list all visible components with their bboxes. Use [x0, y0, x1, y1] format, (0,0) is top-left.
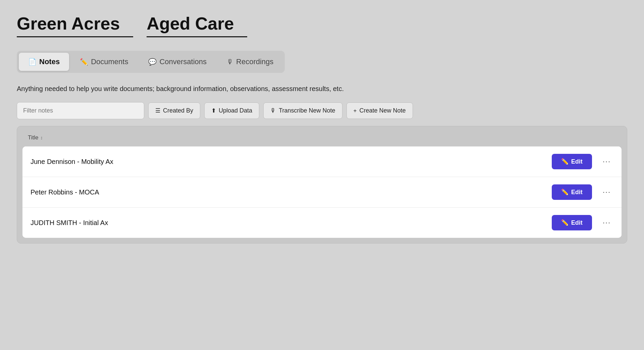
more-options-button-1[interactable]: ···	[600, 186, 613, 198]
upload-icon: ⬆	[211, 107, 216, 114]
created-by-button[interactable]: ☰ Created By	[148, 102, 200, 119]
note-title: June Dennison - Mobility Ax	[31, 158, 552, 166]
edit-label-1: Edit	[571, 189, 583, 196]
recordings-icon: 🎙	[227, 58, 233, 66]
upload-data-button[interactable]: ⬆ Upload Data	[204, 102, 259, 119]
table-row: JUDITH SMITH - Initial Ax ✏️ Edit ···	[22, 208, 622, 238]
tab-recordings-label: Recordings	[236, 57, 273, 66]
tabs-bar: 📄 Notes ✏️ Documents 💬 Conversations 🎙 R…	[17, 51, 285, 73]
notes-table: Title ↕ June Dennison - Mobility Ax ✏️ E…	[17, 126, 627, 244]
tab-notes-label: Notes	[39, 57, 60, 66]
company-name: Green Acres	[17, 13, 133, 37]
edit-pencil-icon: ✏️	[561, 219, 569, 226]
create-label: Create New Note	[359, 107, 406, 114]
edit-pencil-icon: ✏️	[561, 158, 569, 165]
table-body: June Dennison - Mobility Ax ✏️ Edit ··· …	[22, 146, 622, 238]
department-name: Aged Care	[147, 13, 247, 37]
filter-icon: ☰	[155, 107, 160, 114]
edit-label-2: Edit	[571, 219, 583, 226]
tab-documents[interactable]: ✏️ Documents	[70, 53, 138, 71]
more-options-button-2[interactable]: ···	[600, 217, 613, 228]
plus-icon: +	[354, 107, 357, 114]
tab-conversations-label: Conversations	[159, 57, 207, 66]
edit-button-1[interactable]: ✏️ Edit	[552, 184, 592, 200]
sort-icon[interactable]: ↕	[41, 135, 43, 140]
table-header-row: Title ↕	[22, 132, 622, 146]
created-by-label: Created By	[163, 107, 193, 114]
column-title-label: Title	[28, 134, 39, 141]
microphone-icon: 🎙	[270, 107, 276, 114]
note-title: Peter Robbins - MOCA	[31, 188, 552, 196]
filter-notes-input[interactable]	[17, 102, 144, 119]
edit-button-2[interactable]: ✏️ Edit	[552, 215, 592, 230]
create-note-button[interactable]: + Create New Note	[346, 102, 413, 119]
edit-pencil-icon: ✏️	[561, 188, 569, 196]
table-row: Peter Robbins - MOCA ✏️ Edit ···	[22, 177, 622, 208]
toolbar: ☰ Created By ⬆ Upload Data 🎙 Transcribe …	[17, 102, 627, 119]
tab-documents-label: Documents	[91, 57, 128, 66]
tab-notes[interactable]: 📄 Notes	[19, 53, 69, 71]
upload-data-label: Upload Data	[219, 107, 252, 114]
more-options-button-0[interactable]: ···	[600, 156, 613, 167]
conversations-icon: 💬	[148, 58, 157, 66]
note-title: JUDITH SMITH - Initial Ax	[31, 219, 552, 227]
tab-conversations[interactable]: 💬 Conversations	[139, 53, 216, 71]
page-description: Anything needed to help you write docume…	[17, 85, 627, 93]
edit-button-0[interactable]: ✏️ Edit	[552, 154, 592, 169]
page-header: Green Acres Aged Care	[17, 13, 627, 37]
notes-icon: 📄	[28, 58, 37, 66]
edit-label-0: Edit	[571, 158, 583, 165]
tab-recordings[interactable]: 🎙 Recordings	[217, 53, 283, 71]
transcribe-button[interactable]: 🎙 Transcribe New Note	[263, 102, 342, 119]
table-row: June Dennison - Mobility Ax ✏️ Edit ···	[22, 146, 622, 177]
documents-icon: ✏️	[80, 58, 88, 66]
transcribe-label: Transcribe New Note	[279, 107, 335, 114]
